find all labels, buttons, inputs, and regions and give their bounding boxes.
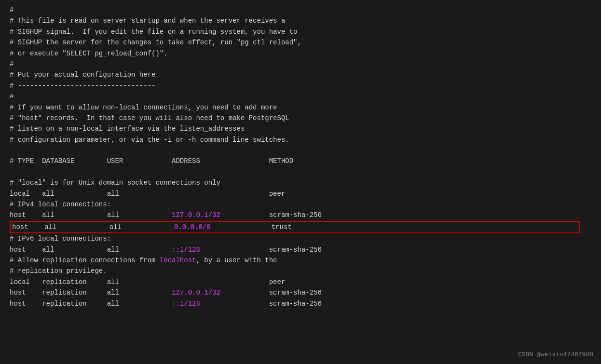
line-11: # "host" records. In that case you will … [10,113,591,123]
line-7: # Put your actual configuration here [10,69,591,80]
addr-repl-127: 127.0.0.1/32 [172,289,220,297]
line-6: # [10,59,591,69]
addr-repl-ipv6: ::1/128 [172,300,200,308]
line-ipv4-comment: # IPv4 local connections: [10,199,591,210]
addr-127: 127.0.0.1/32 [172,211,220,219]
line-repl-comment-1: # Allow replication connections from loc… [10,255,591,266]
line-local: local all all peer [10,189,591,199]
line-2: # This file is read on server startup an… [10,15,591,26]
line-9: # [10,91,591,102]
line-header: # TYPE DATABASE USER ADDRESS METHOD [10,156,591,166]
line-repl-comment-2: # replication privilege. [10,266,591,276]
addr-0000: 0.0.0.0/0 [174,223,211,231]
localhost-highlight: localhost [160,256,196,264]
spacer-1 [10,145,591,156]
line-1: # [10,5,591,15]
line-4: # SIGHUP the server for the changes to t… [10,37,591,48]
line-5: # or execute "SELECT pg_reload_conf()". [10,48,591,59]
line-10: # If you want to allow non-local connect… [10,102,591,113]
spacer-2 [10,167,591,177]
line-13: # configuration parameter, or via the -i… [10,135,591,145]
line-highlighted: host all all 0.0.0.0/0 trust [10,221,580,233]
line-repl-local: local replication all peer [10,277,591,287]
terminal-window: # # This file is read on server startup … [0,0,601,364]
line-12: # listen on a non-local interface via th… [10,123,591,134]
addr-ipv6: ::1/128 [172,246,200,254]
line-local-comment: # "local" is for Unix domain socket conn… [10,177,591,188]
watermark: CSDN @weixin47467988 [518,351,593,358]
line-3: # SIGHUP signal. If you edit the file on… [10,27,591,37]
line-ipv6-comment: # IPv6 local connections: [10,233,591,244]
line-8: # ---------------------------------- [10,81,591,91]
line-ipv6-1: host all all ::1/128 scram-sha-256 [10,244,591,255]
line-repl-host-2: host replication all ::1/128 scram-sha-2… [10,298,591,309]
line-ipv4-1: host all all 127.0.0.1/32 scram-sha-256 [10,210,591,220]
line-repl-host-1: host replication all 127.0.0.1/32 scram-… [10,287,591,298]
